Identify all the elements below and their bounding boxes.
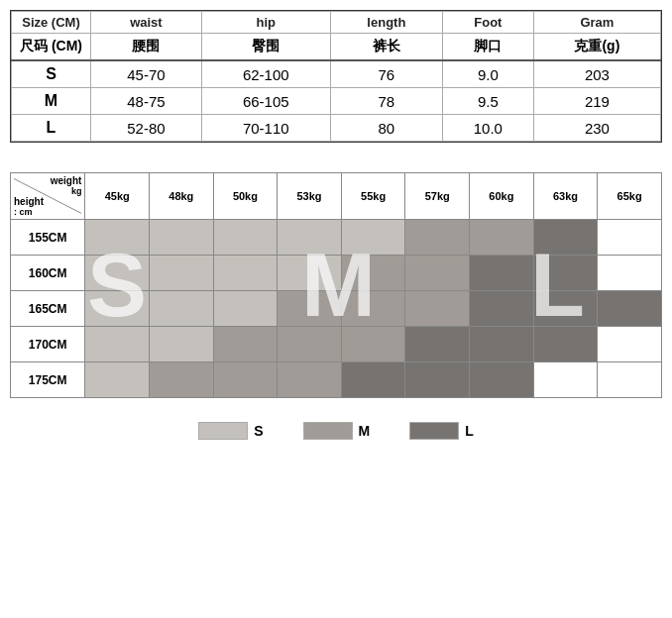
col-length-zh: 裤长 bbox=[330, 34, 442, 61]
grid-cell bbox=[213, 362, 278, 398]
grid-cell bbox=[85, 362, 150, 398]
grid-cell bbox=[533, 220, 598, 256]
corner-cell: weight kg height : cm bbox=[11, 173, 85, 220]
grid-cell bbox=[150, 362, 214, 398]
legend-label: L bbox=[465, 423, 474, 439]
grid-cell bbox=[470, 362, 534, 398]
height-label-cell: 155CM bbox=[11, 220, 85, 256]
height-label-cell: 160CM bbox=[11, 256, 85, 291]
grid-cell bbox=[278, 256, 342, 291]
header-zh-row: 尺码 (CM) 腰围 臀围 裤长 脚口 克重(g) bbox=[12, 34, 661, 61]
size-cell: 203 bbox=[533, 60, 660, 88]
col-foot-en: Foot bbox=[442, 12, 533, 34]
grid-cell bbox=[278, 327, 342, 362]
legend-label: M bbox=[359, 423, 371, 439]
size-table: Size (CM) waist hip length Foot Gram 尺码 … bbox=[11, 11, 661, 142]
legend: SML bbox=[10, 422, 662, 440]
size-cell: 52-80 bbox=[91, 115, 202, 142]
height-label-cell: 165CM bbox=[11, 291, 85, 327]
legend-color-box bbox=[303, 422, 353, 440]
legend-label: S bbox=[254, 423, 263, 439]
size-cell: 230 bbox=[533, 115, 660, 142]
col-waist-zh: 腰围 bbox=[91, 34, 202, 61]
size-cell: 48-75 bbox=[91, 88, 202, 115]
size-row: S45-7062-100769.0203 bbox=[12, 60, 661, 88]
size-cell: M bbox=[12, 88, 91, 115]
size-cell: 80 bbox=[330, 115, 442, 142]
grid-cell bbox=[598, 291, 662, 327]
col-gram-zh: 克重(g) bbox=[533, 34, 660, 61]
col-hip-en: hip bbox=[201, 12, 330, 34]
grid-header-row: weight kg height : cm 45kg48kg50kg53kg55… bbox=[11, 173, 662, 220]
size-cell: 219 bbox=[533, 88, 660, 115]
grid-cell bbox=[533, 291, 598, 327]
weight-header: 65kg bbox=[598, 173, 662, 220]
legend-item: L bbox=[409, 422, 474, 440]
weight-header: 45kg bbox=[85, 173, 150, 220]
col-foot-zh: 脚口 bbox=[442, 34, 533, 61]
grid-cell bbox=[533, 256, 598, 291]
grid-cell bbox=[598, 327, 662, 362]
weight-header: 63kg bbox=[533, 173, 598, 220]
grid-cell bbox=[470, 327, 534, 362]
col-hip-zh: 臀围 bbox=[201, 34, 330, 61]
legend-item: S bbox=[198, 422, 263, 440]
col-waist-en: waist bbox=[91, 12, 202, 34]
weight-header: 53kg bbox=[278, 173, 342, 220]
grid-data-row: 155CM bbox=[11, 220, 662, 256]
grid-cell bbox=[150, 220, 214, 256]
grid-wrapper: weight kg height : cm 45kg48kg50kg53kg55… bbox=[10, 172, 662, 398]
grid-cell bbox=[405, 256, 470, 291]
grid-cell bbox=[341, 220, 405, 256]
grid-cell bbox=[598, 220, 662, 256]
grid-cell bbox=[405, 327, 470, 362]
grid-cell bbox=[341, 256, 405, 291]
size-cell: L bbox=[12, 115, 91, 142]
size-cell: S bbox=[12, 60, 91, 88]
grid-cell bbox=[341, 291, 405, 327]
grid-cell bbox=[213, 256, 278, 291]
grid-cell bbox=[278, 362, 342, 398]
size-row: L52-8070-1108010.0230 bbox=[12, 115, 661, 142]
grid-cell bbox=[85, 291, 150, 327]
grid-cell bbox=[341, 327, 405, 362]
legend-item: M bbox=[303, 422, 371, 440]
grid-table: weight kg height : cm 45kg48kg50kg53kg55… bbox=[10, 172, 662, 398]
grid-data-row: 165CM bbox=[11, 291, 662, 327]
grid-cell bbox=[150, 291, 214, 327]
grid-data-row: 170CM bbox=[11, 327, 662, 362]
weight-header: 50kg bbox=[213, 173, 278, 220]
grid-cell bbox=[470, 256, 534, 291]
grid-cell bbox=[470, 220, 534, 256]
grid-section: weight kg height : cm 45kg48kg50kg53kg55… bbox=[10, 172, 662, 402]
size-cell: 45-70 bbox=[91, 60, 202, 88]
size-cell: 62-100 bbox=[201, 60, 330, 88]
height-label-cell: 175CM bbox=[11, 362, 85, 398]
col-size-en: Size (CM) bbox=[12, 12, 91, 34]
grid-cell bbox=[533, 327, 598, 362]
grid-cell bbox=[405, 291, 470, 327]
col-length-en: length bbox=[330, 12, 442, 34]
grid-cell bbox=[150, 256, 214, 291]
size-row: M48-7566-105789.5219 bbox=[12, 88, 661, 115]
grid-cell bbox=[213, 220, 278, 256]
weight-header: 55kg bbox=[341, 173, 405, 220]
col-size-zh: 尺码 (CM) bbox=[12, 34, 91, 61]
grid-cell bbox=[341, 362, 405, 398]
legend-color-box bbox=[198, 422, 248, 440]
col-gram-en: Gram bbox=[533, 12, 660, 34]
size-cell: 9.5 bbox=[442, 88, 533, 115]
size-cell: 78 bbox=[330, 88, 442, 115]
grid-cell bbox=[598, 256, 662, 291]
grid-cell bbox=[85, 220, 150, 256]
grid-cell bbox=[405, 362, 470, 398]
weight-header: 48kg bbox=[150, 173, 214, 220]
size-cell: 76 bbox=[330, 60, 442, 88]
size-cell: 66-105 bbox=[201, 88, 330, 115]
legend-color-box bbox=[409, 422, 459, 440]
grid-cell bbox=[213, 291, 278, 327]
weight-header: 57kg bbox=[405, 173, 470, 220]
size-table-wrapper: Size (CM) waist hip length Foot Gram 尺码 … bbox=[10, 10, 662, 143]
weight-header: 60kg bbox=[470, 173, 534, 220]
grid-cell bbox=[85, 327, 150, 362]
